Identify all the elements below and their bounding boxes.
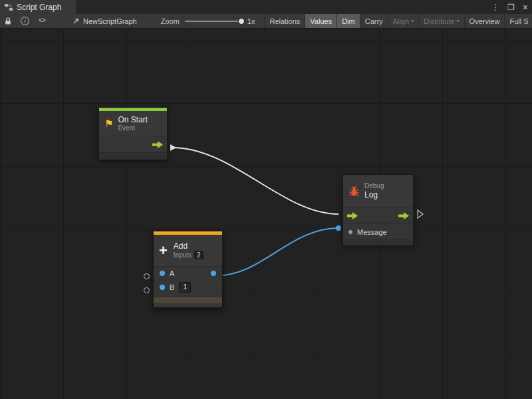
lock-icon <box>5 17 11 25</box>
dim-button[interactable]: Dim <box>336 14 360 29</box>
node-kind: Debug <box>364 182 384 190</box>
node-on-start[interactable]: ⚑ On Start Event <box>98 107 168 160</box>
control-connection <box>172 148 338 214</box>
output-continuation-icon <box>418 210 423 218</box>
distribute-label: Distribute <box>424 17 454 25</box>
add-node-footer <box>154 297 222 303</box>
graph-asset-icon <box>72 17 80 25</box>
port-b-value-field[interactable]: 1 <box>179 282 191 293</box>
overview-button[interactable]: Overview <box>464 14 505 29</box>
message-input-port[interactable] <box>348 230 352 234</box>
script-graph-icon <box>5 4 13 11</box>
zoom-label: Zoom <box>161 17 180 25</box>
message-port-label: Message <box>357 228 387 236</box>
input-port-a[interactable] <box>160 271 165 276</box>
relations-button[interactable]: Relations <box>264 14 305 29</box>
close-icon[interactable]: × <box>523 2 528 13</box>
node-subtitle: Event <box>118 124 148 132</box>
value-connection <box>215 228 338 276</box>
graph-toolbar: i <> NewScriptGraph Zoom 1x Relations Va… <box>0 14 532 29</box>
node-subtitle: Inputs2 <box>174 251 203 259</box>
lock-button[interactable] <box>0 14 16 29</box>
input-port-b[interactable] <box>160 285 165 290</box>
inputs-label: Inputs <box>174 251 192 259</box>
unconnected-port-ring[interactable] <box>144 273 150 279</box>
flow-input-port[interactable] <box>347 212 358 219</box>
zoom-slider-knob[interactable] <box>238 18 245 25</box>
add-plus-icon: + <box>159 244 168 257</box>
event-flag-icon: ⚑ <box>104 118 113 128</box>
connection-wires <box>0 29 532 399</box>
edit-code-button[interactable]: <> <box>34 14 50 29</box>
flow-output-port[interactable] <box>398 212 409 219</box>
inspect-button[interactable]: i <box>16 14 34 29</box>
info-icon: i <box>21 17 29 25</box>
node-debug-log[interactable]: Debug Log Message <box>342 174 414 244</box>
align-dropdown[interactable]: Align ▾ <box>388 14 418 29</box>
port-a-label: A <box>170 269 174 277</box>
graph-asset-breadcrumb[interactable]: NewScriptGraph <box>67 17 142 25</box>
title-bar: Script Graph ⋮ ❐ × <box>0 0 532 14</box>
bug-icon <box>348 186 360 197</box>
node-title: On Start <box>118 115 148 124</box>
graph-asset-name: NewScriptGraph <box>83 17 137 25</box>
unity-script-graph-window: { "window": { "tab": "Script Graph" }, "… <box>0 0 532 399</box>
sum-output-port[interactable] <box>211 271 216 276</box>
node-title: Log <box>364 190 384 200</box>
port-b-label: B <box>170 283 174 291</box>
node-title: Add <box>174 241 203 251</box>
values-button[interactable]: Values <box>305 14 336 29</box>
flow-output-port[interactable] <box>152 141 163 148</box>
node-add[interactable]: + Add Inputs2 A B 1 <box>153 231 223 308</box>
value-connection-end-dot <box>336 225 341 231</box>
carry-button[interactable]: Carry <box>360 14 388 29</box>
tab-script-graph[interactable]: Script Graph <box>0 0 76 14</box>
align-label: Align <box>393 17 409 25</box>
code-icon: <> <box>39 17 45 25</box>
chevron-down-icon: ▾ <box>457 18 460 24</box>
inputs-count-field[interactable]: 2 <box>194 251 203 259</box>
zoom-value: 1x <box>247 17 255 25</box>
maximize-icon[interactable]: ❐ <box>507 3 515 12</box>
distribute-dropdown[interactable]: Distribute ▾ <box>418 14 464 29</box>
toolbar-toggle-group: Relations Values Dim Carry Align ▾ Distr… <box>264 14 532 29</box>
window-controls: ⋮ ❐ × <box>491 0 528 14</box>
connection-start-arrow-icon <box>170 144 176 151</box>
graph-canvas[interactable]: ⚑ On Start Event Debug Log <box>0 29 532 399</box>
unconnected-port-ring[interactable] <box>144 287 150 293</box>
tab-title: Script Graph <box>17 3 61 12</box>
chevron-down-icon: ▾ <box>411 18 414 24</box>
fullscreen-button[interactable]: Full S <box>504 14 532 29</box>
zoom-slider[interactable] <box>185 21 242 22</box>
window-menu-icon[interactable]: ⋮ <box>491 3 499 12</box>
zoom-control: Zoom 1x <box>161 17 255 25</box>
